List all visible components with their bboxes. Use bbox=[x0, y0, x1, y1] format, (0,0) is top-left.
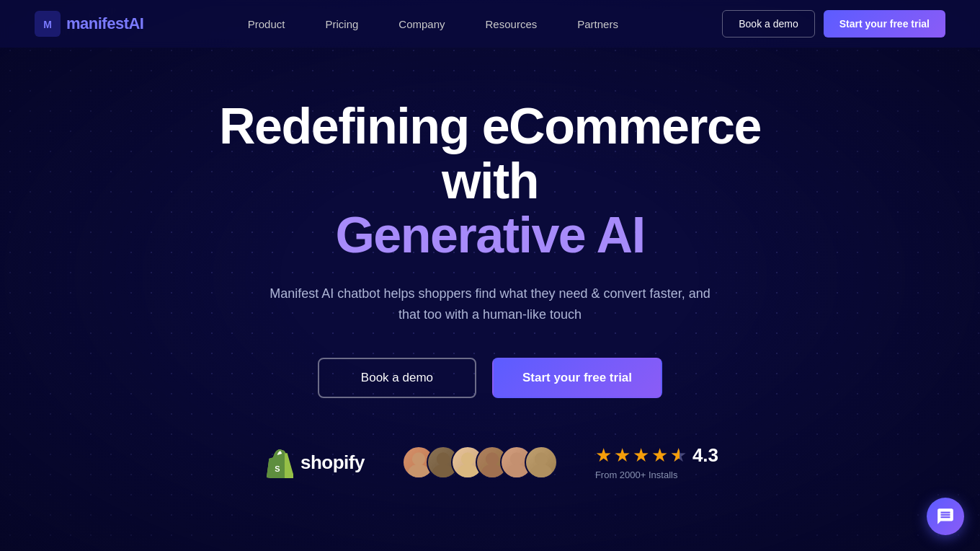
svg-point-4 bbox=[408, 464, 429, 479]
svg-point-8 bbox=[457, 464, 478, 479]
rating: ★ ★ ★ ★ ★ ★ 4.3 From 2000+ Installs bbox=[595, 444, 718, 480]
star-1: ★ bbox=[595, 444, 612, 467]
shopify-name: shopify bbox=[300, 451, 365, 474]
chat-bubble-button[interactable] bbox=[927, 498, 964, 535]
social-proof: S shopify bbox=[262, 444, 718, 480]
rating-sub: From 2000+ Installs bbox=[595, 470, 678, 480]
svg-point-11 bbox=[510, 452, 523, 465]
nav-item-partners[interactable]: Partners bbox=[557, 0, 638, 48]
nav-actions: Book a demo Start your free trial bbox=[722, 10, 945, 38]
hero-section: Redefining eCommerce with Generative AI … bbox=[0, 48, 980, 515]
star-4: ★ bbox=[651, 444, 668, 467]
avatar bbox=[525, 446, 558, 479]
start-trial-hero-button[interactable]: Start your free trial bbox=[492, 358, 662, 398]
star-5: ★ ★ bbox=[670, 444, 687, 467]
rating-value: 4.3 bbox=[692, 444, 718, 467]
stars: ★ ★ ★ ★ ★ ★ bbox=[595, 444, 687, 467]
nav-item-company[interactable]: Company bbox=[378, 0, 465, 48]
shopify-icon: S bbox=[262, 446, 293, 478]
svg-point-10 bbox=[481, 464, 502, 479]
svg-text:M: M bbox=[43, 19, 52, 30]
start-trial-nav-button[interactable]: Start your free trial bbox=[824, 10, 945, 38]
nav-links: Product Pricing Company Resources Partne… bbox=[228, 0, 638, 48]
svg-point-9 bbox=[486, 452, 499, 465]
svg-point-14 bbox=[530, 464, 551, 479]
svg-text:S: S bbox=[275, 464, 280, 473]
logo-text: manifestAI bbox=[66, 14, 143, 33]
svg-point-7 bbox=[461, 452, 474, 465]
avatar-cluster bbox=[402, 446, 558, 479]
hero-heading: Redefining eCommerce with Generative AI bbox=[195, 100, 785, 263]
shopify-logo: S shopify bbox=[262, 446, 365, 478]
star-2: ★ bbox=[614, 444, 631, 467]
logo[interactable]: M manifestAI bbox=[35, 11, 143, 37]
chat-icon bbox=[936, 507, 955, 526]
book-demo-nav-button[interactable]: Book a demo bbox=[722, 10, 815, 38]
svg-point-6 bbox=[432, 464, 453, 479]
nav-item-product[interactable]: Product bbox=[228, 0, 306, 48]
svg-point-5 bbox=[437, 452, 450, 465]
nav-item-resources[interactable]: Resources bbox=[466, 0, 558, 48]
navbar: M manifestAI Product Pricing Company Res… bbox=[0, 0, 980, 48]
svg-point-3 bbox=[412, 452, 425, 465]
book-demo-hero-button[interactable]: Book a demo bbox=[318, 358, 476, 398]
star-3: ★ bbox=[633, 444, 649, 467]
svg-point-13 bbox=[535, 452, 548, 465]
hero-buttons: Book a demo Start your free trial bbox=[318, 358, 662, 398]
hero-subheading: Manifest AI chatbot helps shoppers find … bbox=[259, 283, 721, 326]
svg-point-12 bbox=[506, 464, 527, 479]
logo-icon: M bbox=[35, 11, 61, 37]
nav-item-pricing[interactable]: Pricing bbox=[305, 0, 378, 48]
